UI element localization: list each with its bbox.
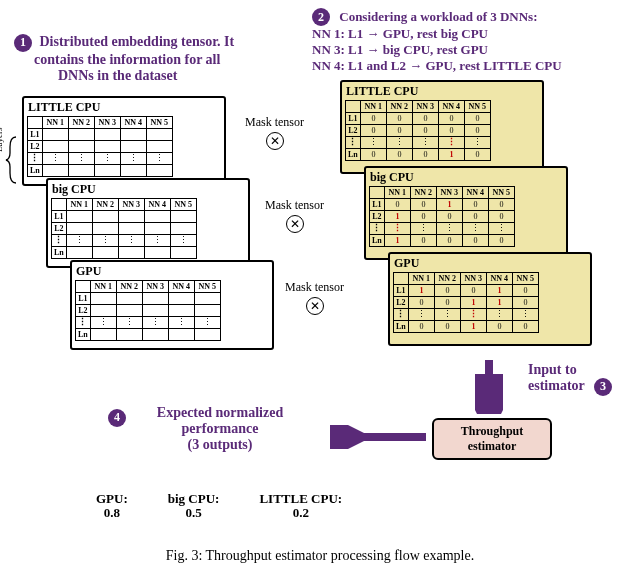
embedding-card-gpu-grid: NN 1NN 2NN 3NN 4NN 5L1L2⋮⋮⋮⋮⋮⋮Ln (75, 280, 221, 341)
embedding-card-little-grid: NN 1NN 2NN 3NN 4NN 5L1L2⋮⋮⋮⋮⋮⋮Ln (27, 116, 173, 177)
callout-2-nn1: NN 1: L1 → GPU, rest big CPU (312, 26, 488, 41)
multiply-icon: ✕ (306, 297, 324, 315)
callout-4-badge: 4 (108, 409, 126, 427)
output-values: GPU:0.8 big CPU:0.5 LITTLE CPU:0.2 (96, 492, 342, 521)
mask-card-little-grid: NN 1NN 2NN 3NN 4NN 5L100000L200000⋮⋮⋮⋮⋮⋮… (345, 100, 491, 161)
figure-caption: Fig. 3: Throughput estimator processing … (0, 548, 640, 564)
multiply-3-label: Mask tensor (285, 280, 344, 295)
embedding-card-little: LITTLE CPU NN 1NN 2NN 3NN 4NN 5L1L2⋮⋮⋮⋮⋮… (22, 96, 226, 186)
mask-card-big-title: big CPU (366, 168, 566, 185)
multiply-2-label: Mask tensor (265, 198, 324, 213)
layers-brace-icon (4, 135, 20, 185)
multiply-1: Mask tensor ✕ (245, 115, 304, 150)
callout-4-line2: performance (182, 421, 259, 436)
callout-3-badge: 3 (594, 378, 612, 396)
multiply-2: Mask tensor ✕ (265, 198, 324, 233)
callout-3-line2: estimator (528, 378, 585, 393)
output-little: LITTLE CPU:0.2 (259, 492, 342, 521)
mask-card-big: big CPU NN 1NN 2NN 3NN 4NN 5L100100L2100… (364, 166, 568, 260)
callout-2-nn3: NN 3: L1 → big CPU, rest GPU (312, 42, 488, 57)
callout-2-title: Considering a workload of 3 DNNs: (339, 9, 537, 24)
multiply-3: Mask tensor ✕ (285, 280, 344, 315)
callout-1-badge: 1 (14, 34, 32, 52)
mask-card-gpu-title: GPU (390, 254, 590, 271)
callout-1-line1: Distributed embedding tensor. It (40, 34, 235, 49)
embedding-card-big-title: big CPU (48, 180, 248, 197)
callout-4-line3: (3 outputs) (188, 437, 253, 452)
callout-3: Input to estimator 3 (528, 362, 612, 396)
embedding-card-gpu-title: GPU (72, 262, 272, 279)
callout-3-line1: Input to (528, 362, 577, 377)
throughput-estimator-l2: estimator (444, 439, 540, 454)
mask-card-gpu: GPU NN 1NN 2NN 3NN 4NN 5L110010L200110⋮⋮… (388, 252, 592, 346)
callout-2-badge: 2 (312, 8, 330, 26)
multiply-icon: ✕ (286, 215, 304, 233)
mask-card-little: LITTLE CPU NN 1NN 2NN 3NN 4NN 5L100000L2… (340, 80, 544, 174)
embedding-card-little-title: LITTLE CPU (24, 98, 224, 115)
callout-2: 2 Considering a workload of 3 DNNs: NN 1… (312, 8, 632, 74)
callout-4: 4 Expected normalized performance (3 out… (110, 405, 330, 453)
arrow-left-output (330, 425, 430, 453)
embedding-card-big-grid: NN 1NN 2NN 3NN 4NN 5L1L2⋮⋮⋮⋮⋮⋮Ln (51, 198, 197, 259)
embedding-card-big: big CPU NN 1NN 2NN 3NN 4NN 5L1L2⋮⋮⋮⋮⋮⋮Ln (46, 178, 250, 268)
mask-card-gpu-grid: NN 1NN 2NN 3NN 4NN 5L110010L200110⋮⋮⋮⋮⋮⋮… (393, 272, 539, 333)
output-gpu: GPU:0.8 (96, 492, 128, 521)
callout-4-line1: Expected normalized (157, 405, 283, 420)
embedding-card-gpu: GPU NN 1NN 2NN 3NN 4NN 5L1L2⋮⋮⋮⋮⋮⋮Ln (70, 260, 274, 350)
mask-card-big-grid: NN 1NN 2NN 3NN 4NN 5L100100L210000⋮⋮⋮⋮⋮⋮… (369, 186, 515, 247)
multiply-1-label: Mask tensor (245, 115, 304, 130)
arrow-down-input (475, 358, 503, 414)
output-big: big CPU:0.5 (168, 492, 220, 521)
callout-1-line3: DNNs in the dataset (58, 68, 177, 83)
throughput-estimator-box: Throughput estimator (432, 418, 552, 460)
callout-1: 1 Distributed embedding tensor. It conta… (14, 34, 274, 84)
mask-card-little-title: LITTLE CPU (342, 82, 542, 99)
throughput-estimator-l1: Throughput (444, 424, 540, 439)
callout-2-nn4: NN 4: L1 and L2 → GPU, rest LITTLE CPU (312, 58, 562, 73)
diagram-stage: 1 Distributed embedding tensor. It conta… (0, 0, 640, 585)
callout-1-line2: contains the information for all (34, 52, 220, 67)
multiply-icon: ✕ (266, 132, 284, 150)
